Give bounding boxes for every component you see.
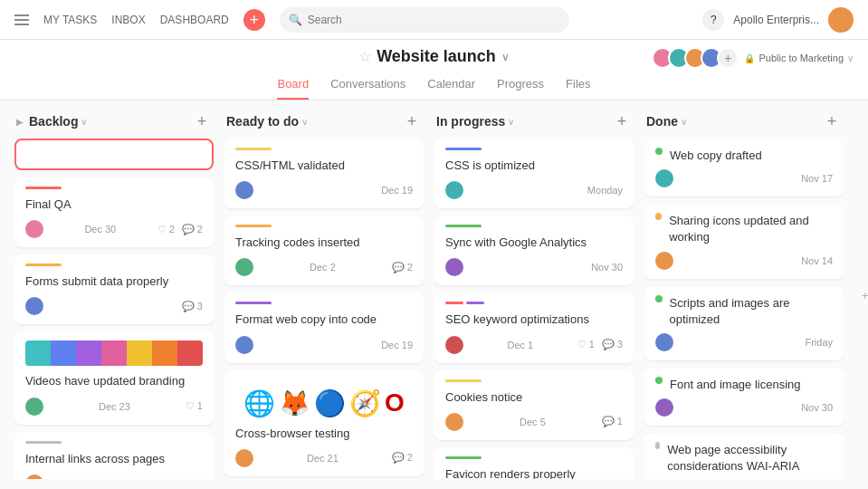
tab-board[interactable]: Board: [277, 72, 309, 100]
card-tracking-codes[interactable]: Tracking codes inserted Dec 2 💬 2: [224, 216, 424, 285]
add-card-button-backlog[interactable]: +: [192, 111, 212, 131]
card-web-copy-code[interactable]: Format web copy into code Dec 19: [224, 292, 424, 362]
comment-button[interactable]: 💬 2: [182, 224, 203, 235]
inbox-link[interactable]: INBOX: [111, 14, 145, 26]
card-footer: Dec 19: [235, 336, 413, 354]
chevron-down-icon[interactable]: ∨: [81, 117, 87, 127]
card-title: Web copy drafted: [670, 148, 762, 164]
column-title-group: In progress ∨: [436, 114, 514, 129]
card-footer: 💬 3: [25, 297, 203, 315]
card-accent: [235, 225, 272, 227]
card-title-row: Sharing icons updated and working: [655, 213, 833, 245]
card-title-row: Font and image licensing: [655, 377, 833, 393]
notification-button[interactable]: ?: [702, 9, 724, 31]
tab-conversations[interactable]: Conversations: [330, 72, 405, 100]
card-title: Font and image licensing: [670, 377, 801, 393]
card-web-copy-drafted[interactable]: Web copy drafted Nov 17: [644, 139, 844, 197]
add-card-button-done[interactable]: +: [822, 111, 842, 131]
card-scripts-images[interactable]: Scripts and images are optimized Friday: [644, 286, 844, 360]
card-footer: Nov 30: [445, 258, 623, 276]
card-avatar: [655, 252, 673, 270]
card-css-optimized[interactable]: CSS is optimized Monday: [434, 139, 634, 208]
search-bar[interactable]: 🔍: [280, 7, 569, 33]
collapse-icon[interactable]: ▶: [16, 117, 24, 127]
card-forms-submit[interactable]: Forms submit data properly 💬 3: [14, 254, 214, 324]
comment-button[interactable]: 💬 2: [392, 262, 413, 273]
hamburger-menu[interactable]: [14, 14, 29, 25]
card-favicon[interactable]: Favicon renders properly Dec 7: [434, 447, 634, 479]
comment-button[interactable]: 💬 1: [602, 416, 623, 427]
card-avatar: [25, 398, 43, 416]
like-button[interactable]: ♡ 1: [186, 400, 203, 412]
add-card-button-ready[interactable]: +: [402, 111, 422, 131]
card-seo[interactable]: SEO keyword optimizations Dec 1 ♡ 1 💬 3: [434, 292, 634, 362]
card-final-qa[interactable]: Final QA Dec 30 ♡ 2 💬 2: [14, 177, 214, 247]
card-google-analytics[interactable]: Sync with Google Analytics Nov 30: [434, 216, 634, 285]
new-card-input[interactable]: [14, 139, 214, 170]
card-footer: Nov 17: [655, 169, 833, 187]
column-title-group: Done ∨: [646, 114, 687, 129]
card-accent: [445, 456, 482, 459]
card-title: Internal links across pages: [25, 451, 203, 467]
card-accent: [235, 148, 272, 150]
multi-accent: [445, 302, 623, 304]
card-actions: 💬 3: [182, 301, 203, 312]
card-avatar: [235, 449, 253, 467]
chevron-down-icon[interactable]: ∨: [847, 53, 854, 63]
card-footer: Dec 5 💬 1: [445, 413, 623, 431]
firefox-logo: 🦊: [279, 388, 310, 418]
card-actions: ♡ 1 💬 3: [577, 339, 623, 350]
search-icon: 🔍: [289, 14, 302, 26]
add-column-button[interactable]: + + Add column: [854, 111, 868, 479]
column-title-backlog: Backlog: [29, 114, 78, 129]
column-header-done: Done ∨ +: [644, 111, 844, 131]
chevron-down-icon[interactable]: ∨: [681, 117, 687, 127]
card-accessibility[interactable]: Web page accessibility considerations WA…: [644, 433, 844, 479]
cards-list-done: Web copy drafted Nov 17 Sharing icons up…: [644, 139, 844, 479]
card-date: Dec 19: [381, 340, 413, 350]
chevron-down-icon[interactable]: ∨: [501, 51, 510, 63]
nav-left: MY TASKS INBOX DASHBOARD + 🔍: [14, 7, 702, 33]
my-tasks-link[interactable]: MY TASKS: [43, 14, 97, 26]
add-card-button-inprogress[interactable]: +: [612, 111, 632, 131]
safari-logo: 🧭: [349, 388, 381, 418]
card-browser-logos[interactable]: 🌐 🦊 🔵 🧭 O Cross-browser testing Dec 21 💬…: [224, 370, 424, 476]
card-cookies[interactable]: Cookies notice Dec 5 💬 1: [434, 370, 634, 440]
tab-progress[interactable]: Progress: [497, 72, 544, 100]
add-member-button[interactable]: +: [717, 47, 739, 69]
like-button[interactable]: ♡ 1: [577, 339, 595, 350]
star-icon[interactable]: ☆: [358, 48, 371, 65]
search-input[interactable]: [308, 14, 560, 26]
comment-button[interactable]: 💬 3: [602, 339, 623, 350]
card-videos-branding[interactable]: Videos have updated branding Dec 23 ♡ 1: [14, 331, 214, 424]
card-avatar: [655, 333, 673, 351]
card-footer: Dec 21 💬 2: [235, 449, 413, 467]
card-avatar: [445, 413, 463, 431]
chevron-down-icon[interactable]: ∨: [301, 117, 308, 127]
tab-calendar[interactable]: Calendar: [427, 72, 475, 100]
card-date: Friday: [805, 337, 833, 348]
column-header-ready: Ready to do ∨ +: [224, 111, 424, 131]
card-css-html[interactable]: CSS/HTML validated Dec 19: [224, 139, 424, 208]
card-title: Forms submit data properly: [25, 273, 203, 290]
like-button[interactable]: ♡ 2: [157, 224, 175, 235]
add-task-button[interactable]: +: [243, 9, 265, 31]
comment-button[interactable]: 💬 2: [392, 452, 413, 464]
column-title-group: ▶ Backlog ∨: [16, 114, 87, 129]
card-footer: Friday: [655, 333, 833, 351]
user-avatar[interactable]: [828, 7, 854, 33]
tab-files[interactable]: Files: [566, 72, 590, 100]
chevron-down-icon[interactable]: ∨: [508, 117, 514, 127]
card-title: Cookies notice: [445, 389, 623, 406]
status-dot: [655, 442, 660, 449]
dashboard-link[interactable]: DASHBOARD: [160, 14, 229, 26]
card-accent: [25, 441, 62, 444]
card-accent: [25, 187, 62, 189]
card-internal-links[interactable]: Internal links across pages: [14, 432, 214, 479]
card-font-licensing[interactable]: Font and image licensing Nov 30: [644, 368, 844, 426]
comment-button[interactable]: 💬 3: [182, 301, 203, 312]
card-title: Cross-browser testing: [235, 426, 413, 442]
status-dot: [655, 213, 662, 220]
card-sharing-icons[interactable]: Sharing icons updated and working Nov 14: [644, 204, 844, 278]
card-avatar: [235, 181, 253, 199]
